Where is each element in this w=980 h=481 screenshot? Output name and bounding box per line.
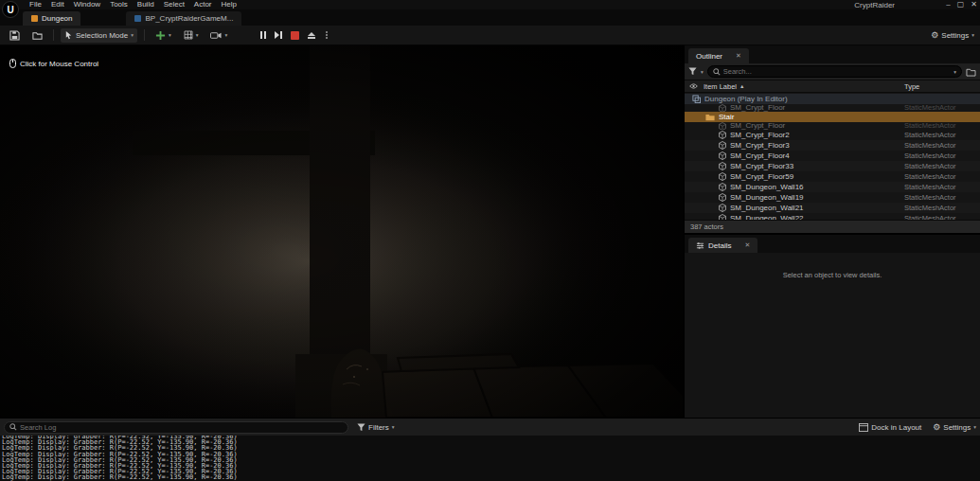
tab-dungeon-level[interactable]: Dungeon — [23, 11, 80, 26]
eject-button[interactable] — [308, 32, 315, 39]
static-mesh-cube-icon — [719, 151, 726, 160]
menu-edit[interactable]: Edit — [46, 0, 69, 9]
static-mesh-cube-icon — [719, 183, 726, 191]
details-tab-strip: Details ✕ — [685, 235, 980, 253]
outliner-row-SM_Dungeon_Wall19[interactable]: SM_Dungeon_Wall19StaticMeshActor — [685, 192, 980, 203]
outliner-row-SM_Crypt_Floor2[interactable]: SM_Crypt_Floor2StaticMeshActor — [685, 130, 980, 140]
dock-in-layout-button[interactable]: Dock in Layout — [859, 423, 921, 432]
stop-button[interactable] — [291, 31, 299, 40]
main-menu: FileEditWindowToolsBuildSelectActorHelp — [25, 0, 241, 9]
camera-icon — [210, 31, 222, 40]
pause-button[interactable] — [260, 31, 266, 39]
toolbar-settings-button[interactable]: ⚙ Settings ▾ — [931, 31, 974, 40]
project-title: CryptRaider — [854, 1, 895, 9]
gear-icon: ⚙ — [931, 31, 938, 40]
toolbar-divider — [53, 29, 54, 41]
outliner-row-SM_Crypt_Floor4[interactable]: SM_Crypt_Floor4StaticMeshActor — [685, 151, 980, 161]
details-panel: Details ✕ Select an object to view detai… — [685, 233, 980, 418]
window-controls: – ▢ ✕ — [946, 0, 977, 9]
quick-add-actor-button[interactable]: ▾ — [151, 28, 175, 43]
static-mesh-cube-icon — [719, 122, 726, 130]
output-log-toolbar: Filters ▾ Dock in Layout ⚙ Settings ▾ — [0, 418, 980, 436]
menu-help[interactable]: Help — [217, 0, 241, 9]
details-body: Select an object to view details. — [685, 253, 980, 418]
menu-actor[interactable]: Actor — [189, 0, 217, 9]
outliner-search-row: ▾ ▾ — [685, 63, 980, 80]
browse-content-button[interactable] — [28, 28, 46, 43]
chevron-down-icon[interactable]: ▾ — [701, 69, 704, 75]
save-button[interactable] — [6, 28, 24, 43]
tab-outliner[interactable]: Outliner ✕ — [688, 48, 749, 63]
outliner-row-SM_Crypt_Floor59[interactable]: SM_Crypt_Floor59StaticMeshActor — [685, 171, 980, 182]
asset-tab-bar: Dungeon BP_CryptRaiderGameM... — [0, 9, 980, 26]
settings-label: Settings — [941, 31, 969, 40]
close-button[interactable]: ✕ — [971, 0, 977, 9]
chevron-down-icon: ▾ — [973, 424, 976, 430]
tab-blueprint-asset[interactable]: BP_CryptRaiderGameM... — [126, 11, 241, 26]
chevron-down-icon: ▾ — [224, 32, 227, 38]
static-mesh-cube-icon — [719, 204, 726, 212]
details-empty-message: Select an object to view details. — [685, 253, 980, 279]
log-search-box[interactable] — [4, 421, 348, 434]
column-item-label[interactable]: Item Label — [704, 82, 737, 91]
outliner-row-SM_Dungeon_Wall21[interactable]: SM_Dungeon_Wall21StaticMeshActor — [685, 203, 980, 213]
outliner-search-box[interactable]: ▾ — [707, 65, 962, 78]
search-icon — [713, 68, 721, 76]
static-mesh-cube-icon — [719, 104, 726, 112]
close-tab-icon[interactable]: ✕ — [744, 241, 750, 249]
maximize-button[interactable]: ▢ — [957, 0, 965, 9]
dock-icon — [859, 423, 868, 432]
outliner-search-input[interactable] — [723, 67, 948, 76]
blueprint-icon — [134, 15, 141, 22]
eye-visibility-icon[interactable] — [689, 83, 698, 89]
game-viewport[interactable]: Click for Mouse Control — [0, 45, 684, 418]
play-options-kebab-icon[interactable] — [326, 31, 328, 39]
save-icon — [9, 30, 20, 41]
outliner-panel: Outliner ✕ ▾ ▾ Item Label ▲ Type — [685, 45, 980, 233]
output-log[interactable]: LogTemp: Display: Grabber: R(P=-22.52, Y… — [0, 436, 980, 481]
viewport-scene — [0, 45, 684, 418]
outliner-row-world[interactable]: Dungeon (Play In Editor) — [685, 94, 980, 104]
cursor-icon — [64, 30, 73, 40]
menu-bar: U FileEditWindowToolsBuildSelectActorHel… — [0, 0, 980, 9]
camera-speed-dropdown[interactable]: ▾ — [206, 28, 231, 43]
tab-details[interactable]: Details ✕ — [688, 238, 757, 253]
menu-select[interactable]: Select — [159, 0, 189, 9]
outliner-row-clipped-1[interactable]: SM_Crypt_FloorStaticMeshActor — [685, 104, 980, 112]
selection-mode-dropdown[interactable]: Selection Mode ▾ — [61, 28, 137, 43]
level-icon — [31, 15, 38, 22]
add-actor-icon — [155, 30, 166, 41]
menu-tools[interactable]: Tools — [105, 0, 133, 9]
filter-funnel-icon[interactable] — [688, 67, 697, 76]
menu-build[interactable]: Build — [133, 0, 159, 9]
folder-icon — [705, 114, 715, 121]
chevron-down-icon: ▾ — [196, 32, 199, 38]
outliner-row-clipped-2[interactable]: SM_Crypt_FloorStaticMeshActor — [685, 122, 980, 130]
mouse-icon — [9, 59, 16, 68]
chevron-down-icon[interactable]: ▾ — [953, 69, 956, 75]
close-tab-icon[interactable]: ✕ — [736, 52, 741, 60]
outliner-row-SM_Dungeon_Wall16[interactable]: SM_Dungeon_Wall16StaticMeshActor — [685, 182, 980, 192]
log-line: LogTemp: Display: Grabber: R(P=-22.52, Y… — [2, 474, 980, 480]
play-controls — [260, 31, 328, 40]
snapping-dropdown[interactable]: ▾ — [180, 28, 203, 43]
tab-label: Dungeon — [42, 14, 72, 23]
minimize-button[interactable]: – — [946, 0, 950, 9]
log-search-input[interactable] — [20, 423, 343, 432]
column-type[interactable]: Type — [904, 82, 919, 91]
gear-icon: ⚙ — [933, 423, 940, 432]
menu-file[interactable]: File — [25, 0, 46, 9]
unreal-editor-window: U FileEditWindowToolsBuildSelectActorHel… — [0, 0, 980, 481]
frame-skip-button[interactable] — [275, 31, 282, 39]
outliner-row-stair-folder[interactable]: Stair — [685, 112, 980, 122]
unreal-engine-logo-icon[interactable]: U — [2, 1, 19, 18]
outliner-settings-icon[interactable] — [966, 67, 976, 77]
menu-window[interactable]: Window — [69, 0, 105, 9]
log-filters-dropdown[interactable]: Filters ▾ — [357, 423, 395, 432]
world-level-icon — [692, 95, 701, 103]
log-settings-dropdown[interactable]: ⚙ Settings ▾ — [933, 423, 976, 432]
outliner-row-SM_Crypt_Floor33[interactable]: SM_Crypt_Floor33StaticMeshActor — [685, 161, 980, 171]
outliner-row-SM_Crypt_Floor3[interactable]: SM_Crypt_Floor3StaticMeshActor — [685, 140, 980, 151]
outliner-row-SM_Dungeon_Wall22[interactable]: SM_Dungeon_Wall22StaticMeshActor — [685, 213, 980, 220]
main-toolbar: Selection Mode ▾ ▾ ▾ ▾ ⚙ Settings ▾ — [0, 26, 980, 45]
